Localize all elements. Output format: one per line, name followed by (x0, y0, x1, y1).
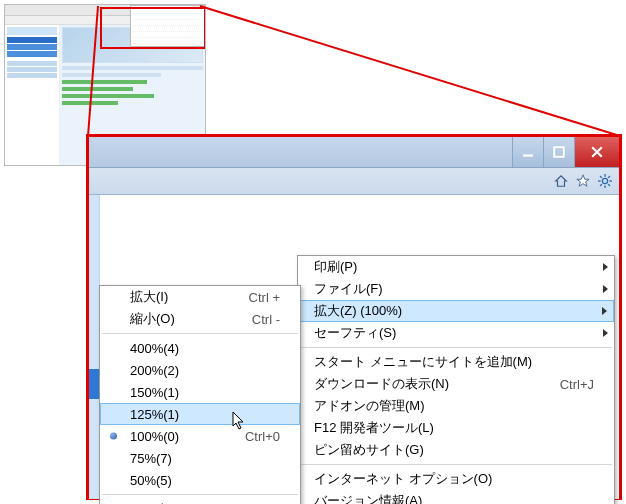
menu-label: 拡大(Z) (100%) (314, 302, 594, 320)
browser-toolbar (89, 168, 619, 195)
submenu-arrow-icon (603, 329, 608, 337)
svg-line-1 (200, 6, 620, 136)
menu-file[interactable]: ファイル(F) (298, 278, 614, 300)
menu-label: セーフティ(S) (314, 324, 594, 342)
menu-shortcut: Ctrl+0 (233, 429, 280, 444)
menu-separator (300, 347, 612, 348)
star-icon[interactable] (575, 173, 591, 189)
menu-label: ダウンロードの表示(N) (314, 375, 548, 393)
submenu-arrow-icon (602, 307, 607, 315)
zoom-75[interactable]: 75%(7) (100, 447, 300, 469)
menu-label: アドオンの管理(M) (314, 397, 594, 415)
menu-separator (102, 333, 298, 334)
gear-icon[interactable] (597, 173, 613, 189)
svg-line-11 (608, 176, 610, 178)
page-area: 印刷(P) ファイル(F) 拡大(Z) (100%) セーフティ(S) スタート… (89, 195, 619, 499)
menu-label: 拡大(I) (130, 288, 237, 306)
menu-label: 200%(2) (130, 363, 280, 378)
menu-shortcut: Ctrl - (240, 312, 280, 327)
zoom-400[interactable]: 400%(4) (100, 337, 300, 359)
menu-label: ピン留めサイト(G) (314, 441, 594, 459)
menu-pinned[interactable]: ピン留めサイト(G) (298, 439, 614, 461)
zoom-200[interactable]: 200%(2) (100, 359, 300, 381)
menu-downloads[interactable]: ダウンロードの表示(N) Ctrl+J (298, 373, 614, 395)
zoomed-browser-window: 印刷(P) ファイル(F) 拡大(Z) (100%) セーフティ(S) スタート… (86, 134, 622, 500)
submenu-arrow-icon (603, 285, 608, 293)
menu-label: スタート メニューにサイトを追加(M) (314, 353, 594, 371)
menu-label: 100%(0) (130, 429, 233, 444)
menu-label: 75%(7) (130, 451, 280, 466)
zoom-125[interactable]: 125%(1) (100, 403, 300, 425)
menu-label: 縮小(O) (130, 310, 240, 328)
menu-label: F12 開発者ツール(L) (314, 419, 594, 437)
svg-line-9 (600, 176, 602, 178)
menu-add-start[interactable]: スタート メニューにサイトを追加(M) (298, 351, 614, 373)
menu-shortcut: Ctrl+J (548, 377, 594, 392)
menu-separator (102, 494, 298, 495)
menu-safety[interactable]: セーフティ(S) (298, 322, 614, 344)
zoom-in[interactable]: 拡大(I) Ctrl + (100, 286, 300, 308)
zoom-submenu: 拡大(I) Ctrl + 縮小(O) Ctrl - 400%(4) 200%(2… (99, 285, 301, 504)
menu-label: インターネット オプション(O) (314, 470, 594, 488)
menu-label: 150%(1) (130, 385, 280, 400)
zoom-out[interactable]: 縮小(O) Ctrl - (100, 308, 300, 330)
svg-rect-3 (554, 147, 564, 157)
radio-selected-icon (110, 433, 117, 440)
submenu-arrow-icon (603, 263, 608, 271)
menu-label: バージョン情報(A) (314, 492, 594, 504)
window-maximize-button[interactable] (543, 137, 574, 167)
menu-print[interactable]: 印刷(P) (298, 256, 614, 278)
menu-label: 125%(1) (130, 407, 280, 422)
menu-about[interactable]: バージョン情報(A) (298, 490, 614, 504)
zoom-150[interactable]: 150%(1) (100, 381, 300, 403)
svg-line-10 (608, 184, 610, 186)
svg-line-12 (600, 184, 602, 186)
window-close-button[interactable] (574, 137, 619, 167)
svg-point-4 (602, 178, 607, 183)
zoom-50[interactable]: 50%(5) (100, 469, 300, 491)
menu-shortcut: Ctrl + (237, 290, 280, 305)
menu-label: 印刷(P) (314, 258, 594, 276)
home-icon[interactable] (553, 173, 569, 189)
menu-label: カスタム(C)... (130, 500, 280, 504)
menu-f12[interactable]: F12 開発者ツール(L) (298, 417, 614, 439)
menu-separator (300, 464, 612, 465)
zoom-custom[interactable]: カスタム(C)... (100, 498, 300, 504)
menu-inetopt[interactable]: インターネット オプション(O) (298, 468, 614, 490)
menu-addons[interactable]: アドオンの管理(M) (298, 395, 614, 417)
menu-label: 50%(5) (130, 473, 280, 488)
zoom-100[interactable]: 100%(0) Ctrl+0 (100, 425, 300, 447)
window-minimize-button[interactable] (512, 137, 543, 167)
menu-zoom[interactable]: 拡大(Z) (100%) (298, 300, 614, 322)
tools-menu: 印刷(P) ファイル(F) 拡大(Z) (100%) セーフティ(S) スタート… (297, 255, 615, 504)
svg-rect-2 (523, 154, 533, 156)
menu-label: ファイル(F) (314, 280, 594, 298)
window-titlebar (89, 137, 619, 168)
menu-label: 400%(4) (130, 341, 280, 356)
